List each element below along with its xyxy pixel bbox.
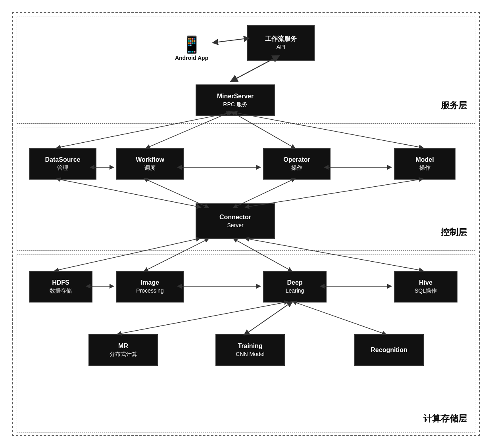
recognition-box: Recognition bbox=[354, 334, 424, 366]
service-layer: 服务层 📱 Android App 工作流服务 API MinerServer … bbox=[17, 17, 475, 124]
control-layer: 控制层 DataSource 管理 Workflow 调度 Operator 操… bbox=[17, 128, 475, 251]
phone-icon: 📱 bbox=[181, 36, 202, 53]
mr-box: MR 分布式计算 bbox=[88, 334, 158, 366]
workflow-sched-box: Workflow 调度 bbox=[116, 148, 184, 180]
compute-layer-label: 计算存储层 bbox=[423, 413, 467, 425]
image-processing-box: Image Processing bbox=[116, 271, 184, 302]
android-label: Android App bbox=[175, 55, 208, 61]
miner-server-box: MinerServer RPC 服务 bbox=[196, 84, 275, 116]
training-box: Training CNN Model bbox=[215, 334, 285, 366]
hdfs-box: HDFS 数据存储 bbox=[29, 271, 92, 302]
operator-box: Operator 操作 bbox=[263, 148, 331, 180]
connector-server-box: Connector Server bbox=[196, 203, 275, 239]
service-layer-label: 服务层 bbox=[441, 100, 467, 111]
deep-learing-box: Deep Learing bbox=[263, 271, 327, 302]
model-box: Model 操作 bbox=[394, 148, 455, 180]
android-app: 📱 Android App bbox=[168, 29, 215, 69]
datasource-box: DataSource 管理 bbox=[29, 148, 96, 180]
control-layer-label: 控制层 bbox=[441, 226, 467, 238]
workflow-api-box: 工作流服务 API bbox=[247, 25, 315, 61]
hive-box: Hive SQL操作 bbox=[394, 271, 457, 302]
architecture-diagram: 服务层 📱 Android App 工作流服务 API MinerServer … bbox=[12, 12, 480, 436]
compute-layer: 计算存储层 HDFS 数据存储 Image Processing Deep Le… bbox=[17, 255, 475, 433]
